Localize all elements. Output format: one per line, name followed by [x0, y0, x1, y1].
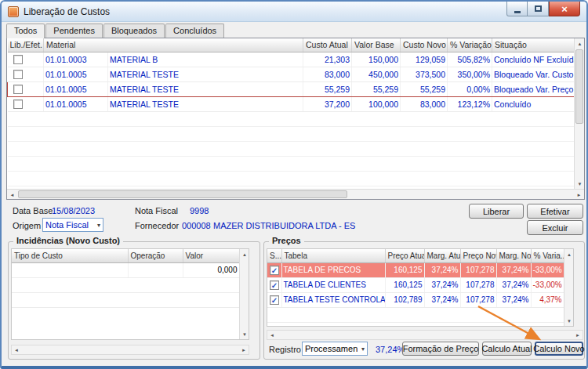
- scroll-left-icon[interactable]: ◄: [7, 190, 17, 200]
- col-preco-novo[interactable]: Preço Novo: [460, 249, 496, 262]
- scroll-left-icon[interactable]: ◄: [12, 345, 21, 354]
- scroll-right-icon[interactable]: ►: [574, 190, 584, 200]
- tabela-name: TABELA DE PRECOS: [284, 266, 361, 274]
- table-row-current[interactable]: 01.01.0005 MATERIAL TESTE 55,259 55,259 …: [8, 81, 575, 96]
- tab-pendentes[interactable]: Pendentes: [45, 24, 103, 38]
- col-valor[interactable]: Valor: [183, 249, 239, 262]
- marg-novo: 37,24%: [503, 280, 529, 289]
- empty-row: [267, 307, 564, 322]
- tab-bloqueados[interactable]: Bloqueados: [103, 24, 165, 38]
- col-custo-atual[interactable]: Custo Atual: [303, 38, 352, 52]
- pvariacao: -33,00%: [533, 280, 562, 289]
- empty-row: [12, 292, 239, 307]
- liberar-button[interactable]: Liberar: [469, 204, 524, 219]
- precos-h-scrollbar[interactable]: ◄ ►: [267, 330, 583, 340]
- col-preco-atual[interactable]: Preço Atual: [385, 249, 424, 262]
- col-variacao[interactable]: % Variação: [448, 38, 492, 52]
- row-checkbox[interactable]: [13, 55, 23, 64]
- calculo-novo-button[interactable]: Calculo Novo: [535, 342, 583, 356]
- scroll-right-icon[interactable]: ►: [239, 345, 249, 354]
- custo-atual: 37,200: [303, 96, 352, 111]
- row-checkbox-checked[interactable]: ✓: [270, 295, 279, 305]
- registro-label: Registro: [269, 345, 301, 354]
- incidencias-v-scrollbar[interactable]: ▲ ▼: [239, 249, 249, 339]
- precos-title: Preços: [269, 236, 304, 245]
- marg-novo: 37,24%: [503, 266, 529, 274]
- row-checkbox[interactable]: [13, 85, 23, 94]
- tab-concluidos[interactable]: Concluídos: [165, 24, 224, 38]
- table-row[interactable]: 01.01.0003 MATERIAL B 21,303 150,000 129…: [8, 52, 575, 67]
- col-pvariacao[interactable]: % Varia...: [531, 249, 564, 262]
- col-sel[interactable]: S...: [267, 249, 281, 262]
- row-checkbox-checked[interactable]: ✓: [270, 266, 279, 275]
- registro-selected-value: Processamen: [305, 344, 358, 353]
- formacao-preco-button[interactable]: Formação de Preço: [402, 342, 479, 356]
- precos-row[interactable]: ✓ TABELA TESTE CONTROLADORIA 102,789 37,…: [267, 292, 564, 307]
- precos-row[interactable]: ✓ TABELA DE CLIENTES 160,125 37,24% 107,…: [267, 277, 564, 292]
- custo-novo: 83,000: [401, 96, 448, 111]
- empty-row: [8, 171, 575, 186]
- material-name: MATERIAL TESTE: [108, 67, 303, 81]
- variacao: 505,82%: [448, 52, 492, 67]
- margem-percent-value: 37,24%: [376, 345, 405, 354]
- incidencias-h-scrollbar[interactable]: ◄ ►: [11, 345, 249, 355]
- precos-groupbox: Preços S... Tabela Preço Atual Marg. Atu…: [263, 241, 585, 360]
- tab-todos[interactable]: Todos: [6, 24, 45, 38]
- registro-select[interactable]: Processamen ▾: [302, 342, 368, 356]
- col-material[interactable]: Material: [44, 38, 303, 52]
- col-marg-atual[interactable]: Marg. Atual: [424, 249, 460, 262]
- pvariacao: -33,00%: [533, 266, 562, 274]
- preco-novo: 107,278: [466, 295, 494, 304]
- check-icon: ✓: [271, 266, 278, 275]
- origem-select[interactable]: Nota Fiscal ▾: [42, 218, 103, 232]
- preco-atual: 160,125: [394, 280, 422, 289]
- marg-atual: 37,24%: [432, 266, 459, 274]
- scroll-up-icon[interactable]: ▲: [564, 249, 574, 259]
- scroll-up-icon[interactable]: ▲: [575, 38, 585, 49]
- calculo-atual-button[interactable]: Calculo Atual: [482, 342, 532, 356]
- col-custo-novo[interactable]: Custo Novo: [401, 38, 448, 52]
- material-name: MATERIAL B: [108, 52, 303, 67]
- excluir-button[interactable]: Excluir: [527, 220, 583, 235]
- close-button[interactable]: ×: [549, 2, 580, 16]
- maximize-button[interactable]: [528, 2, 549, 16]
- row-checkbox[interactable]: [13, 70, 23, 79]
- h-scroll-thumb[interactable]: [18, 190, 347, 198]
- custo-novo: 55,259: [401, 81, 448, 96]
- minimize-icon: [514, 11, 521, 13]
- col-lib-efet[interactable]: Lib./Efet.: [8, 38, 44, 52]
- scroll-left-icon[interactable]: ◄: [267, 331, 277, 339]
- col-operacao[interactable]: Operação: [128, 249, 183, 262]
- scroll-down-icon[interactable]: ▼: [240, 329, 249, 339]
- scroll-down-icon[interactable]: ▼: [575, 179, 585, 189]
- col-situacao[interactable]: Situação: [492, 38, 574, 52]
- situacao: Bloqueado Var. Preço: [492, 81, 574, 96]
- efetivar-button[interactable]: Efetivar: [527, 204, 583, 219]
- row-checkbox-checked[interactable]: ✓: [270, 280, 279, 290]
- nota-fiscal-label: Nota Fiscal: [135, 206, 178, 215]
- col-valor-base[interactable]: Valor Base: [352, 38, 401, 52]
- col-marg-novo[interactable]: Marg. Novo: [496, 249, 531, 262]
- precos-row-selected[interactable]: ✓ TABELA DE PRECOS 160,125 37,24% 107,27…: [267, 262, 564, 277]
- precos-v-scrollbar[interactable]: ▲ ▼: [564, 249, 573, 326]
- v-scroll-thumb[interactable]: [575, 49, 583, 124]
- col-tabela[interactable]: Tabela: [281, 249, 385, 262]
- preco-atual: 160,125: [394, 266, 422, 274]
- table-row[interactable]: 01.01.0005 MATERIAL TESTE 83,000 450,000…: [8, 67, 575, 81]
- incidencias-row[interactable]: 0,000: [12, 262, 239, 277]
- scroll-up-icon[interactable]: ▲: [240, 249, 249, 259]
- h-scrollbar[interactable]: ◄ ►: [7, 189, 584, 199]
- valor-base: 100,000: [352, 96, 401, 111]
- scroll-down-icon[interactable]: ▼: [564, 316, 574, 326]
- titlebar[interactable]: Liberação de Custos ×: [2, 2, 586, 22]
- material-code: 01.01.0005: [44, 81, 108, 96]
- row-checkbox[interactable]: [13, 99, 23, 109]
- incidencias-header-row: Tipo de Custo Operação Valor: [12, 249, 239, 262]
- minimize-button[interactable]: [506, 2, 528, 16]
- v-scrollbar[interactable]: ▲ ▼: [574, 38, 584, 189]
- scroll-right-icon[interactable]: ►: [573, 331, 583, 339]
- window-controls: ×: [506, 2, 580, 16]
- col-tipo-custo[interactable]: Tipo de Custo: [12, 249, 128, 262]
- variacao: 123,12%: [448, 96, 492, 111]
- table-row[interactable]: 01.01.0005 MATERIAL TESTE 37,200 100,000…: [8, 96, 575, 111]
